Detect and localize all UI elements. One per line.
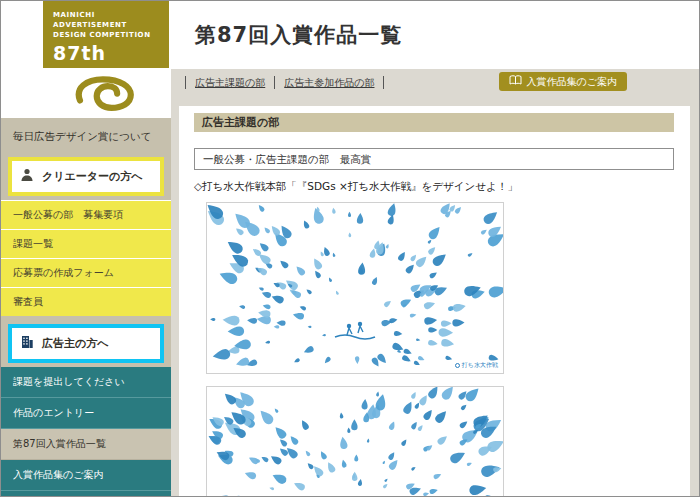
sidebar-item-collection-guide[interactable]: 入賞作品集のご案内 <box>1 460 171 491</box>
droplet-artwork <box>207 387 503 496</box>
credit-text: 打ち水大作戦 <box>462 361 498 370</box>
sidebar-item-submit-theme[interactable]: 課題を提出してください <box>1 367 171 398</box>
sidebar-section-creator[interactable]: クリエーターの方へ <box>8 157 164 196</box>
nav-link-advertiser-theme[interactable]: 広告主課題の部 <box>185 76 274 89</box>
book-icon <box>509 75 522 88</box>
building-icon <box>19 334 35 353</box>
sidebar-item-about[interactable]: 毎日広告デザイン賞について <box>1 118 171 157</box>
advertiser-section-label: 広告主の方へ <box>42 336 109 351</box>
sidebar-item-winners-list[interactable]: 第87回入賞作品一覧 <box>1 429 171 460</box>
logo-text: MAINICHI ADVERTISEMENT DESIGN COMPETITIO… <box>53 10 169 40</box>
section-nav: 広告主課題の部 広告主参加作品の部 <box>185 76 384 89</box>
collection-guide-button[interactable]: 入賞作品集のご案内 <box>499 72 627 91</box>
sidebar-item-guidelines[interactable]: 一般公募の部 募集要項 <box>1 200 171 229</box>
sidebar-item-themes[interactable]: 課題一覧 <box>1 229 171 258</box>
sidebar: MAINICHI ADVERTISEMENT DESIGN COMPETITIO… <box>1 1 171 496</box>
nav-link-advertiser-participation[interactable]: 広告主参加作品の部 <box>274 76 383 89</box>
creator-section-label: クリエーターの方へ <box>42 169 143 184</box>
person-icon <box>19 167 35 186</box>
sidebar-logo-area: MAINICHI ADVERTISEMENT DESIGN COMPETITIO… <box>1 1 171 118</box>
sidebar-item-entry-form[interactable]: 応募票の作成フォーム <box>1 258 171 287</box>
artwork-image-1[interactable]: 打ち水大作戦 <box>206 202 504 374</box>
logo-swirl-icon <box>43 68 169 118</box>
artwork-credit: 打ち水大作戦 <box>455 361 498 370</box>
logo-edition: 87th <box>53 42 169 64</box>
page-title: 第87回入賞作品一覧 <box>195 21 402 49</box>
category-label-box: 一般公募・広告主課題の部 最高賞 <box>194 148 674 170</box>
content-panel: 広告主課題の部 一般公募・広告主課題の部 最高賞 ◇打ち水大作戦本部「『SDGs… <box>179 106 690 496</box>
sidebar-item-judges[interactable]: 審査員 <box>1 287 171 316</box>
artwork-image-2[interactable] <box>206 386 504 496</box>
credit-logo-icon <box>455 363 460 368</box>
section-title-bar: 広告主課題の部 <box>194 113 674 132</box>
droplet-artwork <box>207 203 503 373</box>
sidebar-item-history[interactable]: 最高賞でつづる歴史 <box>1 491 171 497</box>
work-caption: ◇打ち水大作戦本部「『SDGs ×打ち水大作戦』をデザインせよ！」 <box>194 180 674 194</box>
sidebar-section-advertiser[interactable]: 広告主の方へ <box>8 324 164 363</box>
collection-guide-button-label: 入賞作品集のご案内 <box>527 75 617 89</box>
advertiser-menu: 課題を提出してください 作品のエントリー 第87回入賞作品一覧 入賞作品集のご案… <box>1 367 171 497</box>
creator-menu: 一般公募の部 募集要項 課題一覧 応募票の作成フォーム 審査員 <box>1 200 171 316</box>
logo[interactable]: MAINICHI ADVERTISEMENT DESIGN COMPETITIO… <box>43 1 169 68</box>
page: 第87回入賞作品一覧 MAINICHI ADVERTISEMENT DESIGN… <box>0 0 700 497</box>
sidebar-item-work-entry[interactable]: 作品のエントリー <box>1 398 171 429</box>
